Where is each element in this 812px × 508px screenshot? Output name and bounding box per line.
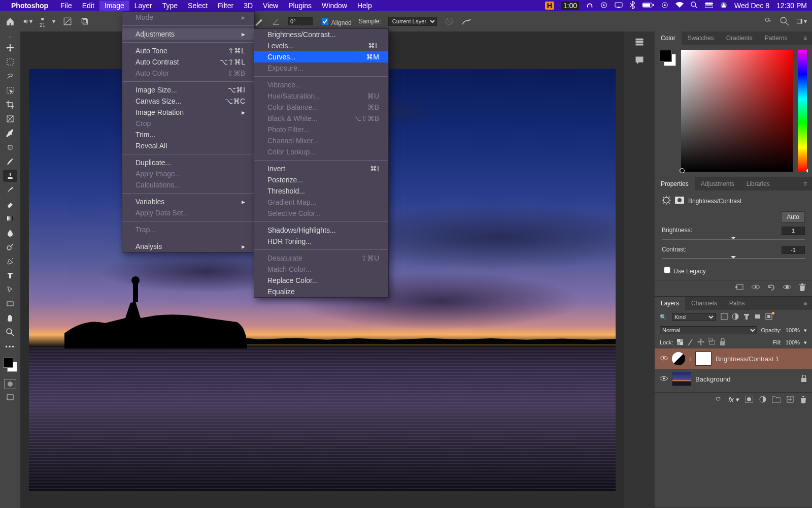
brush-preset[interactable]: ●21 <box>40 15 45 28</box>
status-timer[interactable]: 1:00 <box>561 2 579 10</box>
dodge-tool[interactable] <box>3 241 17 253</box>
layer-row[interactable]: ⁞ Brightness/Contrast 1 <box>655 348 812 369</box>
view-previous-icon[interactable] <box>751 283 760 293</box>
clone-stamp-tool[interactable] <box>3 170 17 182</box>
menubar-clock[interactable]: 12:30 PM <box>776 2 807 10</box>
frame-tool[interactable] <box>3 113 17 125</box>
sample-select[interactable]: Current Layer <box>388 17 437 26</box>
menu-item[interactable]: Duplicate... <box>122 157 254 168</box>
menu-item[interactable]: Variables▸ <box>122 196 254 207</box>
lock-nesting-icon[interactable] <box>708 338 716 346</box>
aligned-checkbox[interactable]: Aligned <box>320 17 352 26</box>
hue-slider[interactable] <box>798 50 807 172</box>
layer-thumbnail[interactable] <box>672 372 691 386</box>
bluetooth-icon[interactable] <box>630 1 635 11</box>
battery-icon[interactable] <box>642 2 654 10</box>
opacity-value[interactable]: 100% <box>786 327 800 333</box>
lock-pixels-icon[interactable] <box>687 338 693 346</box>
visibility-toggle-icon[interactable] <box>660 375 668 383</box>
menu-item[interactable]: Levels...⌘L <box>254 40 388 51</box>
brightness-slider[interactable] <box>662 236 805 243</box>
filter-adjust-icon[interactable] <box>732 313 739 321</box>
menu-item[interactable]: Reveal All <box>122 140 254 151</box>
brush-tool[interactable] <box>3 155 17 168</box>
layer-row[interactable]: Background <box>655 369 812 389</box>
menu-item[interactable]: Invert⌘I <box>254 163 388 174</box>
zoom-tool[interactable] <box>3 326 17 338</box>
lock-position-icon[interactable] <box>697 338 704 346</box>
quick-mask-toggle[interactable] <box>4 379 16 389</box>
menu-view[interactable]: View <box>258 1 283 11</box>
color-swatch[interactable] <box>3 358 17 372</box>
contrast-input[interactable] <box>782 246 805 254</box>
share-icon[interactable] <box>762 16 772 26</box>
tab-color[interactable]: Color <box>655 31 682 45</box>
gradient-tool[interactable] <box>3 212 17 225</box>
clip-to-layer-icon[interactable] <box>735 283 744 293</box>
type-tool[interactable] <box>3 269 17 281</box>
color-panel-swatch[interactable] <box>660 50 676 66</box>
tab-layers[interactable]: Layers <box>655 297 685 310</box>
filter-pixel-icon[interactable] <box>721 313 728 321</box>
blend-mode-select[interactable]: Normal <box>660 326 757 334</box>
rectangle-tool[interactable] <box>3 298 17 310</box>
tab-adjustments[interactable]: Adjustments <box>695 177 740 190</box>
contrast-slider[interactable] <box>662 255 805 262</box>
filter-type-icon[interactable] <box>743 313 750 321</box>
menu-item[interactable]: Shadows/Highlights... <box>254 225 388 236</box>
move-tool[interactable] <box>3 42 17 54</box>
play-circle-icon[interactable] <box>600 2 607 10</box>
comments-panel-icon[interactable] <box>634 55 645 67</box>
crop-tool[interactable] <box>3 99 17 111</box>
eraser-tool[interactable] <box>3 198 17 210</box>
link-layers-icon[interactable] <box>714 396 722 405</box>
tab-libraries[interactable]: Libraries <box>740 177 776 190</box>
menu-item[interactable]: HDR Toning... <box>254 236 388 247</box>
add-mask-icon[interactable] <box>745 396 753 405</box>
properties-panel-menu-icon[interactable]: ≡ <box>798 177 812 190</box>
menu-item[interactable]: Analysis▸ <box>122 241 254 252</box>
use-legacy-checkbox[interactable]: Use Legacy <box>662 268 706 275</box>
tab-gradients[interactable]: Gradients <box>720 31 759 45</box>
layer-name[interactable]: Background <box>695 375 730 383</box>
menu-item[interactable]: Trim... <box>122 129 254 140</box>
brush-settings-icon[interactable] <box>62 16 73 26</box>
menu-item[interactable]: Image Size...⌥⌘I <box>122 84 254 96</box>
tab-swatches[interactable]: Swatches <box>682 31 720 45</box>
eyedropper-tool[interactable] <box>3 127 17 139</box>
filter-smart-icon[interactable] <box>765 313 772 321</box>
auto-button[interactable]: Auto <box>781 211 805 223</box>
filter-shape-icon[interactable] <box>754 313 761 321</box>
marquee-tool[interactable] <box>3 56 17 68</box>
lock-all-icon[interactable] <box>720 338 726 346</box>
home-icon[interactable] <box>5 16 15 26</box>
spotlight-icon[interactable] <box>691 2 698 10</box>
menu-item[interactable]: Image Rotation▸ <box>122 107 254 118</box>
menu-3d[interactable]: 3D <box>239 1 258 11</box>
menu-item[interactable]: Threshold... <box>254 185 388 197</box>
fill-value[interactable]: 100% <box>786 339 800 345</box>
tab-patterns[interactable]: Patterns <box>759 31 794 45</box>
history-panel-icon[interactable] <box>634 37 645 48</box>
layer-name[interactable]: Brightness/Contrast 1 <box>716 355 779 363</box>
menu-filter[interactable]: Filter <box>213 1 239 11</box>
menu-select[interactable]: Select <box>183 1 213 11</box>
menu-plugins[interactable]: Plugins <box>283 1 317 11</box>
screen-mirror-icon[interactable] <box>615 2 623 10</box>
layers-panel-menu-icon[interactable]: ≡ <box>798 297 812 310</box>
menu-item[interactable]: Posterize... <box>254 174 388 185</box>
menu-window[interactable]: Window <box>317 1 352 11</box>
path-select-tool[interactable] <box>3 283 17 296</box>
clone-source-icon[interactable] <box>80 16 90 26</box>
delete-layer-icon[interactable] <box>800 396 807 405</box>
user-icon[interactable] <box>720 2 727 10</box>
menu-item[interactable]: Brightness/Contrast... <box>254 29 388 40</box>
new-group-icon[interactable] <box>772 396 781 405</box>
layer-style-icon[interactable]: fx ▾ <box>728 396 739 405</box>
brightness-input[interactable] <box>782 227 805 235</box>
visibility-toggle-icon[interactable] <box>660 355 668 363</box>
screen-mode[interactable] <box>3 391 17 403</box>
delete-adjustment-icon[interactable] <box>799 283 806 293</box>
menu-layer[interactable]: Layer <box>129 1 157 11</box>
healing-brush-tool[interactable] <box>3 141 17 153</box>
